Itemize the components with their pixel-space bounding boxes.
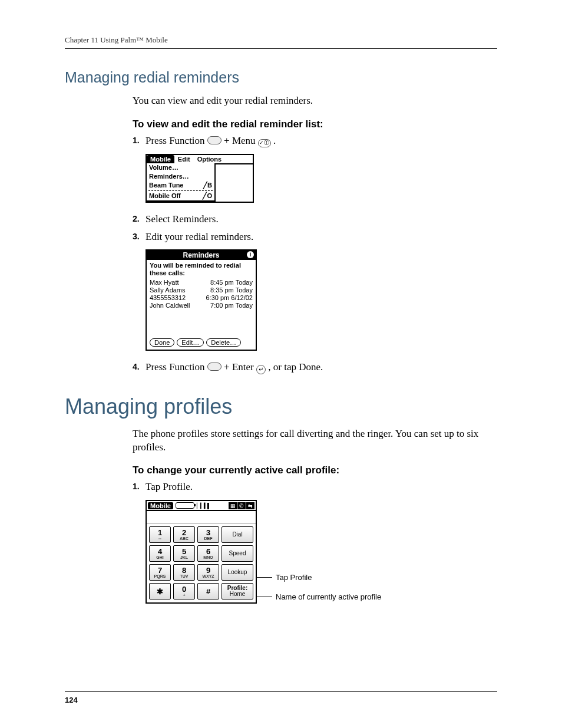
figure-mobile-app: Mobile ▏▎▍▌ ▦✆⇆ 1◦◦ 2ABC 3DEF 4GHI 5 (146, 500, 497, 612)
reminder-time: 6:30 pm 6/12/02 (206, 294, 253, 302)
procedure-title: To view and edit the redial reminder lis… (133, 118, 497, 130)
key-3[interactable]: 3DEF (197, 526, 219, 543)
battery-icon (176, 502, 194, 509)
keypad: 1◦◦ 2ABC 3DEF 4GHI 5JKL 6MNO 7PQRS 8TUV … (147, 523, 222, 602)
menu-item-volume[interactable]: Volume… (147, 163, 214, 172)
reminder-name: Max Hyatt (150, 279, 179, 286)
list-item[interactable]: Sally Adams8:35 pm Today (150, 286, 253, 294)
profiles-step-1: 1. Tap Profile. (133, 480, 497, 494)
heading-managing-profiles: Managing profiles (65, 394, 497, 419)
menu-key-icon: ✓ⓕ (258, 139, 271, 147)
key-0[interactable]: 0+ (173, 583, 195, 599)
step-3: 3. Edit your redial reminders. (133, 230, 497, 244)
number-display (147, 511, 256, 523)
running-head: Chapter 11 Using Palm™ Mobile (65, 35, 497, 49)
grid-icon[interactable]: ▦ (229, 502, 237, 509)
reminder-time: 8:45 pm Today (210, 279, 253, 286)
key-6[interactable]: 6MNO (197, 545, 219, 562)
key-2[interactable]: 2ABC (173, 526, 195, 543)
figure-reminders-dialog: Reminders i You will be reminded to redi… (146, 249, 497, 350)
figure-mobile-menu: Mobile Edit Options Volume… Reminders… B… (146, 154, 497, 203)
step-2: 2. Select Reminders. (133, 212, 497, 226)
phone-icon[interactable]: ✆ (237, 502, 246, 509)
menu-item-beam-tune[interactable]: Beam Tune ╱B (147, 181, 214, 190)
key-hash[interactable]: # (197, 583, 219, 599)
function-key-icon (207, 363, 222, 371)
sync-icon[interactable]: ⇆ (246, 502, 254, 509)
key-star[interactable]: ✱ (149, 583, 171, 599)
menu-tab-mobile[interactable]: Mobile (147, 155, 174, 163)
key-5[interactable]: 5JKL (173, 545, 195, 562)
reminders-list: Max Hyatt8:45 pm Today Sally Adams8:35 p… (147, 278, 256, 336)
menu-item-reminders[interactable]: Reminders… (147, 172, 214, 181)
key-8[interactable]: 8TUV (173, 564, 195, 581)
menu-item-accel: ╱O (203, 192, 212, 200)
done-button[interactable]: Done (150, 338, 174, 347)
reminder-name: 4355553312 (150, 294, 186, 302)
step-4-text-c: , or tap Done. (268, 361, 323, 373)
speed-button[interactable]: Speed (222, 545, 253, 562)
status-icons: ▦✆⇆ (228, 502, 254, 509)
dialog-message: You will be reminded to redial these cal… (147, 260, 256, 278)
profiles-step-1-text: Tap Profile. (146, 480, 497, 494)
dialog-title: Reminders (183, 251, 219, 259)
key-9[interactable]: 9WXYZ (197, 564, 219, 581)
function-key-icon (207, 136, 222, 144)
step-3-text: Edit your redial reminders. (146, 230, 497, 244)
menu-item-label: Mobile Off (149, 192, 181, 200)
list-item[interactable]: Max Hyatt8:45 pm Today (150, 279, 253, 286)
step-2-text: Select Reminders. (146, 212, 497, 226)
menu-item-accel: ╱B (203, 181, 212, 190)
reminder-time: 7:00 pm Today (210, 302, 253, 309)
intro-paragraph: You can view and edit your redial remind… (133, 94, 497, 108)
list-item[interactable]: John Caldwell7:00 pm Today (150, 302, 253, 309)
key-1[interactable]: 1◦◦ (149, 526, 171, 543)
page-number: 124 (65, 691, 497, 704)
key-4[interactable]: 4GHI (149, 545, 171, 562)
step-4-text-a: Press Function (146, 361, 207, 373)
key-7[interactable]: 7PQRS (149, 564, 171, 581)
enter-key-icon: ↵ (256, 365, 266, 374)
step-1-text-a: Press Function (146, 135, 207, 146)
step-1: 1. Press Function + Menu ✓ⓕ . (133, 134, 497, 148)
profile-button[interactable]: Profile: Home (222, 583, 253, 599)
heading-managing-redial-reminders: Managing redial reminders (65, 69, 497, 86)
list-item[interactable]: 43555533126:30 pm 6/12/02 (150, 294, 253, 302)
signal-icon: ▏▎▍▌ (197, 503, 210, 509)
menu-item-label: Volume… (149, 163, 178, 172)
profiles-intro: The phone profiles store settings for ca… (133, 427, 497, 454)
callout-active-profile-name: Name of currently active profile (257, 592, 381, 601)
menu-tab-edit[interactable]: Edit (174, 155, 194, 163)
step-4: 4. Press Function + Enter ↵ , or tap Don… (133, 360, 497, 374)
step-4-text-b: + Enter (224, 361, 256, 373)
info-icon[interactable]: i (247, 251, 254, 258)
reminder-time: 8:35 pm Today (210, 286, 253, 294)
dialog-titlebar: Reminders i (147, 251, 256, 260)
menu-separator (148, 190, 213, 191)
menu-tab-options[interactable]: Options (194, 155, 226, 163)
callout-tap-profile: Tap Profile (257, 573, 381, 582)
delete-button[interactable]: Delete… (206, 338, 241, 347)
menu-item-label: Beam Tune (149, 181, 183, 190)
profile-value: Home (230, 591, 246, 598)
menu-item-mobile-off[interactable]: Mobile Off ╱O (147, 192, 214, 200)
lookup-button[interactable]: Lookup (222, 564, 253, 581)
dial-button[interactable]: Dial (222, 526, 253, 543)
reminder-name: John Caldwell (150, 302, 190, 309)
step-1-text-b: + Menu (224, 135, 258, 146)
menu-item-label: Reminders… (149, 172, 189, 181)
reminder-name: Sally Adams (150, 286, 186, 294)
app-brand: Mobile (148, 502, 173, 509)
step-1-text-c: . (273, 135, 276, 146)
procedure-title-profiles: To change your currently active call pro… (133, 465, 497, 476)
edit-button[interactable]: Edit… (177, 338, 204, 347)
